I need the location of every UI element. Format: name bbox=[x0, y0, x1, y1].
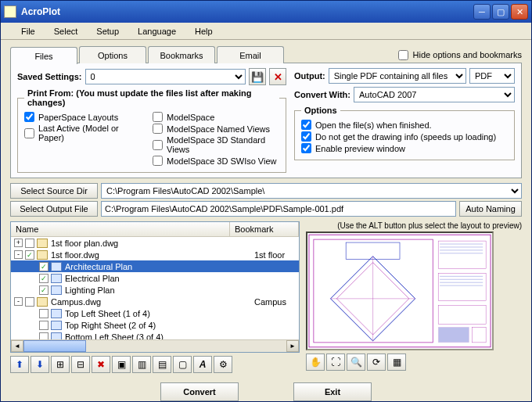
row-checkbox[interactable] bbox=[25, 297, 34, 307]
scroll-thumb[interactable] bbox=[23, 340, 86, 352]
deselect-all-button[interactable]: ▢ bbox=[173, 356, 192, 373]
col-name[interactable]: Name bbox=[11, 222, 230, 236]
tree-row[interactable]: -Campus.dwgCampus bbox=[11, 296, 299, 307]
row-checkbox[interactable] bbox=[25, 239, 34, 248]
chk-open-finished[interactable]: Open the file(s) when finished. bbox=[301, 120, 508, 130]
save-icon: 💾 bbox=[251, 71, 264, 83]
row-bookmark: Campus bbox=[254, 297, 286, 307]
convert-button[interactable]: Convert bbox=[160, 382, 239, 401]
list-header: Name Bookmark bbox=[11, 222, 299, 237]
deselect-group-button[interactable]: ▤ bbox=[153, 356, 171, 373]
list-body[interactable]: +1st floor plan.dwg-1st floor.dwg1st flo… bbox=[11, 237, 299, 339]
options-fieldset: Options Open the file(s) when finished. … bbox=[294, 106, 515, 160]
zoom-button[interactable]: 🔍 bbox=[347, 354, 365, 371]
properties-button[interactable]: ⚙ bbox=[214, 356, 232, 373]
select-group-button[interactable]: ▥ bbox=[132, 356, 151, 373]
tree-row[interactable]: -1st floor.dwg1st floor bbox=[11, 249, 299, 260]
chk-modelspace[interactable]: ModelSpace bbox=[153, 112, 279, 122]
add-button[interactable]: ⊞ bbox=[51, 356, 70, 373]
chk-ms-named[interactable]: ModelSpace Named Views bbox=[153, 124, 279, 134]
font-button[interactable]: A bbox=[193, 356, 212, 373]
menu-language[interactable]: Language bbox=[128, 24, 185, 38]
chk-no-drawinfo[interactable]: Do not get the drawing info (speeds up l… bbox=[301, 131, 508, 142]
row-name: Electrical Plan bbox=[65, 274, 254, 283]
tree-row[interactable]: +1st floor plan.dwg bbox=[11, 237, 299, 249]
delete-settings-button[interactable]: ✕ bbox=[269, 68, 286, 85]
col-bookmark[interactable]: Bookmark bbox=[230, 222, 299, 236]
row-name: Campus.dwg bbox=[51, 297, 254, 307]
row-name: Top Right Sheet (2 of 4) bbox=[65, 321, 254, 330]
tree-row[interactable]: Bottom Left Sheet (3 of 4) bbox=[11, 331, 299, 339]
add-icon: ⊞ bbox=[56, 359, 64, 370]
source-dir-field[interactable]: C:\Program Files\AutoCAD 2002\Sample\ bbox=[101, 183, 522, 199]
file-icon bbox=[37, 250, 48, 260]
saved-settings-select[interactable]: 0 bbox=[85, 69, 246, 84]
print-from-fieldset: Print From: (You must update the files l… bbox=[17, 88, 286, 173]
preview-drawing bbox=[307, 233, 492, 349]
delete-button[interactable]: ✖ bbox=[92, 356, 110, 373]
preview-button[interactable]: ▦ bbox=[387, 354, 406, 371]
exit-button[interactable]: Exit bbox=[293, 382, 372, 401]
tree-row[interactable]: Architectural Plan bbox=[11, 260, 299, 272]
tab-bookmarks[interactable]: Bookmarks bbox=[148, 46, 215, 63]
row-checkbox[interactable] bbox=[39, 309, 49, 318]
hide-options-input[interactable] bbox=[398, 50, 408, 60]
tab-options[interactable]: Options bbox=[79, 46, 146, 63]
tree-row[interactable]: Lighting Plan bbox=[11, 284, 299, 296]
menu-select[interactable]: Select bbox=[45, 24, 88, 38]
convert-with-select[interactable]: AutoCAD 2007 bbox=[354, 87, 515, 102]
row-checkbox[interactable] bbox=[39, 274, 49, 283]
close-button[interactable]: ✕ bbox=[511, 4, 528, 20]
collapse-icon[interactable]: - bbox=[14, 250, 23, 259]
hide-options-checkbox[interactable]: Hide options and bookmarks bbox=[398, 50, 522, 60]
tree-row[interactable]: Top Left Sheet (1 of 4) bbox=[11, 307, 299, 319]
output-format-select[interactable]: PDF bbox=[469, 68, 515, 84]
move-up-button[interactable]: ⬆ bbox=[10, 356, 29, 373]
h-scrollbar[interactable]: ◄ ► bbox=[11, 339, 299, 352]
app-icon bbox=[4, 5, 16, 18]
maximize-button[interactable]: ▢ bbox=[492, 4, 509, 20]
tab-email[interactable]: Email bbox=[217, 46, 284, 63]
zoom-extents-icon: ⛶ bbox=[331, 357, 340, 368]
chk-ms-swiso[interactable]: ModelSpace 3D SWIso View bbox=[153, 156, 279, 166]
scroll-right-icon[interactable]: ► bbox=[286, 340, 299, 352]
minimize-button[interactable]: ─ bbox=[473, 4, 491, 20]
select-source-dir-button[interactable]: Select Source Dir bbox=[10, 183, 98, 199]
chk-ms-3dstd[interactable]: ModelSpace 3D Standard Views bbox=[153, 135, 279, 154]
pan-button[interactable]: ✋ bbox=[306, 354, 325, 371]
menu-file[interactable]: File bbox=[12, 24, 45, 38]
row-checkbox[interactable] bbox=[25, 250, 34, 260]
chk-enable-preview[interactable]: Enable preview window bbox=[301, 143, 508, 153]
tab-files[interactable]: Files bbox=[10, 47, 77, 64]
saved-settings-label: Saved Settings: bbox=[17, 72, 82, 81]
row-checkbox[interactable] bbox=[39, 332, 49, 340]
expand-icon[interactable]: + bbox=[14, 239, 23, 247]
row-checkbox[interactable] bbox=[39, 321, 49, 330]
preview-box bbox=[306, 232, 494, 350]
select-all-button[interactable]: ▣ bbox=[112, 356, 131, 373]
select-all-icon: ▣ bbox=[117, 359, 126, 370]
scroll-left-icon[interactable]: ◄ bbox=[11, 340, 23, 352]
tabs: Files Options Bookmarks Email bbox=[10, 46, 286, 63]
select-output-file-button[interactable]: Select Output File bbox=[10, 201, 98, 217]
collapse-icon[interactable]: - bbox=[14, 297, 23, 306]
preview-hint: (Use the ALT button plus select the layo… bbox=[306, 221, 522, 230]
tree-row[interactable]: Top Right Sheet (2 of 4) bbox=[11, 319, 299, 331]
row-checkbox[interactable] bbox=[39, 285, 49, 295]
row-checkbox[interactable] bbox=[39, 262, 49, 271]
menu-setup[interactable]: Setup bbox=[87, 24, 128, 38]
chk-paperspace[interactable]: PaperSpace Layouts bbox=[24, 112, 137, 122]
auto-naming-button[interactable]: Auto Naming bbox=[459, 201, 522, 217]
zoom-extents-button[interactable]: ⛶ bbox=[326, 354, 345, 371]
chk-lastactive[interactable]: Last Active (Model or Paper) bbox=[24, 124, 137, 142]
output-type-select[interactable]: Single PDF containing all files bbox=[329, 68, 466, 84]
remove-button[interactable]: ⊟ bbox=[71, 356, 90, 373]
tree-row[interactable]: Electrical Plan bbox=[11, 272, 299, 284]
rotate-button[interactable]: ⟳ bbox=[367, 354, 386, 371]
move-down-button[interactable]: ⬇ bbox=[31, 356, 49, 373]
output-file-field[interactable] bbox=[101, 201, 456, 217]
save-settings-button[interactable]: 💾 bbox=[249, 68, 266, 85]
file-icon bbox=[37, 239, 48, 248]
menu-help[interactable]: Help bbox=[185, 24, 222, 38]
magnifier-icon: 🔍 bbox=[350, 357, 362, 368]
